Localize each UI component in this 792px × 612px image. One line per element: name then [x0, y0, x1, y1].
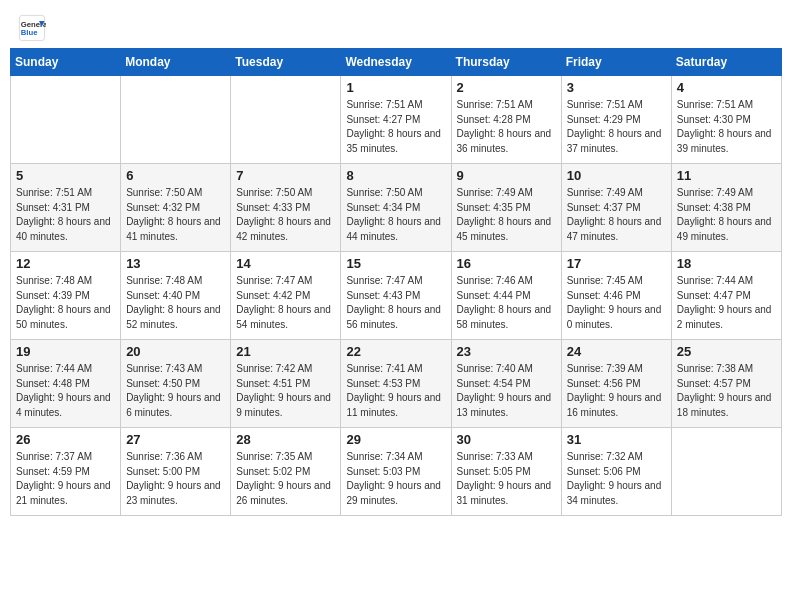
day-number: 29 — [346, 432, 445, 447]
day-cell — [231, 76, 341, 164]
day-info: Sunrise: 7:50 AM Sunset: 4:32 PM Dayligh… — [126, 186, 225, 244]
week-row-2: 5Sunrise: 7:51 AM Sunset: 4:31 PM Daylig… — [11, 164, 782, 252]
calendar-header: SundayMondayTuesdayWednesdayThursdayFrid… — [11, 49, 782, 76]
day-cell: 15Sunrise: 7:47 AM Sunset: 4:43 PM Dayli… — [341, 252, 451, 340]
day-number: 21 — [236, 344, 335, 359]
day-cell: 11Sunrise: 7:49 AM Sunset: 4:38 PM Dayli… — [671, 164, 781, 252]
day-number: 7 — [236, 168, 335, 183]
day-info: Sunrise: 7:48 AM Sunset: 4:40 PM Dayligh… — [126, 274, 225, 332]
day-cell: 17Sunrise: 7:45 AM Sunset: 4:46 PM Dayli… — [561, 252, 671, 340]
day-info: Sunrise: 7:36 AM Sunset: 5:00 PM Dayligh… — [126, 450, 225, 508]
day-info: Sunrise: 7:32 AM Sunset: 5:06 PM Dayligh… — [567, 450, 666, 508]
day-number: 19 — [16, 344, 115, 359]
day-info: Sunrise: 7:50 AM Sunset: 4:34 PM Dayligh… — [346, 186, 445, 244]
day-number: 16 — [457, 256, 556, 271]
weekday-header-thursday: Thursday — [451, 49, 561, 76]
day-number: 30 — [457, 432, 556, 447]
day-number: 6 — [126, 168, 225, 183]
day-cell: 18Sunrise: 7:44 AM Sunset: 4:47 PM Dayli… — [671, 252, 781, 340]
day-info: Sunrise: 7:38 AM Sunset: 4:57 PM Dayligh… — [677, 362, 776, 420]
week-row-5: 26Sunrise: 7:37 AM Sunset: 4:59 PM Dayli… — [11, 428, 782, 516]
day-info: Sunrise: 7:51 AM Sunset: 4:27 PM Dayligh… — [346, 98, 445, 156]
day-cell: 12Sunrise: 7:48 AM Sunset: 4:39 PM Dayli… — [11, 252, 121, 340]
day-info: Sunrise: 7:45 AM Sunset: 4:46 PM Dayligh… — [567, 274, 666, 332]
day-cell: 8Sunrise: 7:50 AM Sunset: 4:34 PM Daylig… — [341, 164, 451, 252]
day-cell: 16Sunrise: 7:46 AM Sunset: 4:44 PM Dayli… — [451, 252, 561, 340]
day-number: 10 — [567, 168, 666, 183]
day-number: 11 — [677, 168, 776, 183]
day-number: 27 — [126, 432, 225, 447]
day-number: 12 — [16, 256, 115, 271]
day-cell: 28Sunrise: 7:35 AM Sunset: 5:02 PM Dayli… — [231, 428, 341, 516]
day-number: 13 — [126, 256, 225, 271]
page: General Blue SundayMondayTuesdayWednesda… — [0, 0, 792, 612]
day-cell: 5Sunrise: 7:51 AM Sunset: 4:31 PM Daylig… — [11, 164, 121, 252]
day-info: Sunrise: 7:40 AM Sunset: 4:54 PM Dayligh… — [457, 362, 556, 420]
day-number: 25 — [677, 344, 776, 359]
day-number: 22 — [346, 344, 445, 359]
day-info: Sunrise: 7:51 AM Sunset: 4:31 PM Dayligh… — [16, 186, 115, 244]
day-info: Sunrise: 7:33 AM Sunset: 5:05 PM Dayligh… — [457, 450, 556, 508]
day-info: Sunrise: 7:41 AM Sunset: 4:53 PM Dayligh… — [346, 362, 445, 420]
header: General Blue — [0, 0, 792, 48]
day-info: Sunrise: 7:47 AM Sunset: 4:43 PM Dayligh… — [346, 274, 445, 332]
day-info: Sunrise: 7:42 AM Sunset: 4:51 PM Dayligh… — [236, 362, 335, 420]
day-number: 18 — [677, 256, 776, 271]
day-cell: 10Sunrise: 7:49 AM Sunset: 4:37 PM Dayli… — [561, 164, 671, 252]
day-number: 20 — [126, 344, 225, 359]
day-cell — [671, 428, 781, 516]
day-cell: 9Sunrise: 7:49 AM Sunset: 4:35 PM Daylig… — [451, 164, 561, 252]
day-cell: 7Sunrise: 7:50 AM Sunset: 4:33 PM Daylig… — [231, 164, 341, 252]
day-info: Sunrise: 7:44 AM Sunset: 4:48 PM Dayligh… — [16, 362, 115, 420]
day-number: 26 — [16, 432, 115, 447]
week-row-4: 19Sunrise: 7:44 AM Sunset: 4:48 PM Dayli… — [11, 340, 782, 428]
day-cell: 20Sunrise: 7:43 AM Sunset: 4:50 PM Dayli… — [121, 340, 231, 428]
day-number: 2 — [457, 80, 556, 95]
day-number: 5 — [16, 168, 115, 183]
day-cell: 14Sunrise: 7:47 AM Sunset: 4:42 PM Dayli… — [231, 252, 341, 340]
day-number: 24 — [567, 344, 666, 359]
svg-text:Blue: Blue — [21, 28, 38, 37]
day-number: 31 — [567, 432, 666, 447]
day-number: 14 — [236, 256, 335, 271]
day-cell: 13Sunrise: 7:48 AM Sunset: 4:40 PM Dayli… — [121, 252, 231, 340]
day-number: 23 — [457, 344, 556, 359]
day-cell: 21Sunrise: 7:42 AM Sunset: 4:51 PM Dayli… — [231, 340, 341, 428]
day-cell: 30Sunrise: 7:33 AM Sunset: 5:05 PM Dayli… — [451, 428, 561, 516]
day-info: Sunrise: 7:48 AM Sunset: 4:39 PM Dayligh… — [16, 274, 115, 332]
day-cell: 4Sunrise: 7:51 AM Sunset: 4:30 PM Daylig… — [671, 76, 781, 164]
day-number: 9 — [457, 168, 556, 183]
week-row-3: 12Sunrise: 7:48 AM Sunset: 4:39 PM Dayli… — [11, 252, 782, 340]
logo-icon: General Blue — [18, 14, 46, 42]
weekday-header-monday: Monday — [121, 49, 231, 76]
day-cell: 2Sunrise: 7:51 AM Sunset: 4:28 PM Daylig… — [451, 76, 561, 164]
day-info: Sunrise: 7:50 AM Sunset: 4:33 PM Dayligh… — [236, 186, 335, 244]
day-number: 17 — [567, 256, 666, 271]
day-info: Sunrise: 7:46 AM Sunset: 4:44 PM Dayligh… — [457, 274, 556, 332]
day-cell: 23Sunrise: 7:40 AM Sunset: 4:54 PM Dayli… — [451, 340, 561, 428]
day-cell: 3Sunrise: 7:51 AM Sunset: 4:29 PM Daylig… — [561, 76, 671, 164]
day-cell: 25Sunrise: 7:38 AM Sunset: 4:57 PM Dayli… — [671, 340, 781, 428]
weekday-header-saturday: Saturday — [671, 49, 781, 76]
day-info: Sunrise: 7:51 AM Sunset: 4:30 PM Dayligh… — [677, 98, 776, 156]
day-cell — [121, 76, 231, 164]
day-cell: 31Sunrise: 7:32 AM Sunset: 5:06 PM Dayli… — [561, 428, 671, 516]
day-number: 15 — [346, 256, 445, 271]
day-info: Sunrise: 7:49 AM Sunset: 4:37 PM Dayligh… — [567, 186, 666, 244]
day-number: 8 — [346, 168, 445, 183]
day-info: Sunrise: 7:35 AM Sunset: 5:02 PM Dayligh… — [236, 450, 335, 508]
day-cell: 19Sunrise: 7:44 AM Sunset: 4:48 PM Dayli… — [11, 340, 121, 428]
weekday-header-wednesday: Wednesday — [341, 49, 451, 76]
day-info: Sunrise: 7:34 AM Sunset: 5:03 PM Dayligh… — [346, 450, 445, 508]
weekday-header-sunday: Sunday — [11, 49, 121, 76]
week-row-1: 1Sunrise: 7:51 AM Sunset: 4:27 PM Daylig… — [11, 76, 782, 164]
day-info: Sunrise: 7:51 AM Sunset: 4:29 PM Dayligh… — [567, 98, 666, 156]
day-cell: 22Sunrise: 7:41 AM Sunset: 4:53 PM Dayli… — [341, 340, 451, 428]
day-cell: 6Sunrise: 7:50 AM Sunset: 4:32 PM Daylig… — [121, 164, 231, 252]
day-cell: 24Sunrise: 7:39 AM Sunset: 4:56 PM Dayli… — [561, 340, 671, 428]
day-cell: 26Sunrise: 7:37 AM Sunset: 4:59 PM Dayli… — [11, 428, 121, 516]
day-cell — [11, 76, 121, 164]
day-number: 4 — [677, 80, 776, 95]
weekday-header-tuesday: Tuesday — [231, 49, 341, 76]
day-info: Sunrise: 7:37 AM Sunset: 4:59 PM Dayligh… — [16, 450, 115, 508]
